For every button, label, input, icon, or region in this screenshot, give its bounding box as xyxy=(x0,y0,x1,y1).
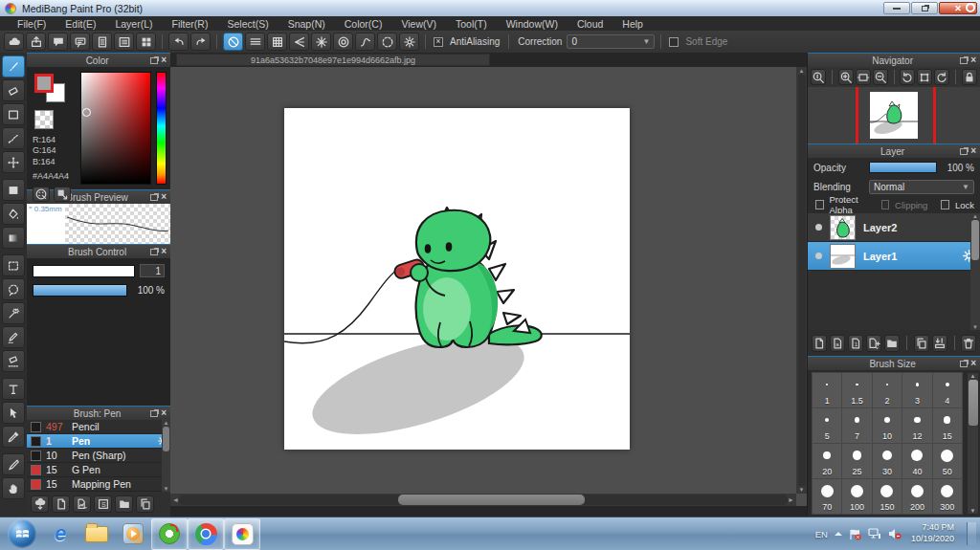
delete-layer-icon[interactable] xyxy=(961,335,976,352)
brush-size-300[interactable]: 300 xyxy=(933,479,963,515)
cloud-download-icon[interactable] xyxy=(31,495,49,513)
eraser-tool[interactable] xyxy=(2,79,25,101)
fit-screen-icon[interactable] xyxy=(856,69,871,85)
duplicate-layer-icon[interactable] xyxy=(914,335,929,352)
comment-icon[interactable] xyxy=(48,33,68,51)
opacity-slider[interactable] xyxy=(869,162,937,173)
magic-wand-tool[interactable] xyxy=(2,302,25,324)
zoom-original-icon[interactable] xyxy=(811,69,826,85)
brush-tool[interactable] xyxy=(2,55,25,77)
media-player-taskbar-icon[interactable] xyxy=(115,518,151,550)
brush-size-3[interactable]: 3 xyxy=(902,373,932,408)
clipping-checkbox[interactable] xyxy=(881,200,890,209)
show-desktop-button[interactable] xyxy=(967,522,976,544)
snap-ellipse-icon[interactable] xyxy=(377,33,397,51)
h-scroll-thumb[interactable] xyxy=(398,495,585,505)
medibang-taskbar-icon[interactable] xyxy=(224,518,260,550)
ie-taskbar-icon[interactable]: e xyxy=(42,518,78,550)
transparent-color-swatch[interactable] xyxy=(34,110,54,129)
brush-size-5[interactable]: 5 xyxy=(813,408,842,444)
close-icon[interactable]: × xyxy=(970,359,976,368)
brush-size-40[interactable]: 40 xyxy=(902,444,932,479)
menu-filter[interactable]: Filter(R) xyxy=(163,18,218,30)
language-indicator[interactable]: EN xyxy=(815,529,828,539)
close-icon[interactable]: × xyxy=(161,247,167,256)
snap-concentric-icon[interactable] xyxy=(333,33,353,51)
hue-marker[interactable] xyxy=(966,3,975,12)
brush-size-1.5[interactable]: 1.5 xyxy=(842,373,872,408)
script-brush-icon[interactable]: S xyxy=(94,495,112,513)
menu-color[interactable]: Color(C) xyxy=(335,18,392,30)
select-tool[interactable] xyxy=(2,254,25,276)
snap-radial-icon[interactable] xyxy=(311,33,331,51)
minimize-button[interactable] xyxy=(883,2,910,14)
brush-size-200[interactable]: 200 xyxy=(902,479,932,515)
menu-window[interactable]: Window(W) xyxy=(497,18,568,30)
snap-off-icon[interactable] xyxy=(223,33,243,51)
layer-item-layer2[interactable]: Layer2 xyxy=(808,213,980,242)
popout-icon[interactable] xyxy=(150,57,158,64)
action-center-icon[interactable] xyxy=(849,528,861,540)
brush-size-1[interactable]: 1 xyxy=(813,373,842,408)
brush-size-25[interactable]: 25 xyxy=(842,444,872,479)
lock-icon[interactable] xyxy=(962,69,977,85)
visibility-dot[interactable] xyxy=(815,253,822,259)
brush-size-12[interactable]: 12 xyxy=(902,408,932,444)
brush-size-4[interactable]: 4 xyxy=(933,373,963,408)
lasso-tool[interactable] xyxy=(2,278,25,300)
volume-icon[interactable] xyxy=(888,528,902,539)
brush-item-pen[interactable]: 1Pen xyxy=(27,434,170,449)
cloud-icon[interactable] xyxy=(4,33,24,51)
correction-dropdown[interactable]: 0▼ xyxy=(567,34,655,49)
menu-tool[interactable]: Tool(T) xyxy=(446,18,497,30)
popout-icon[interactable] xyxy=(960,57,968,64)
brush-size-150[interactable]: 150 xyxy=(873,479,902,515)
brush-list-scrollbar[interactable]: ▲▼ xyxy=(162,420,170,492)
new-1bit-layer-icon[interactable]: 1 xyxy=(848,335,863,352)
bucket-tool[interactable] xyxy=(2,203,25,225)
shape-tool[interactable] xyxy=(2,103,25,125)
color-set-icon[interactable] xyxy=(54,187,71,202)
canvas-viewport[interactable] xyxy=(170,67,796,494)
redo-icon[interactable] xyxy=(190,33,211,51)
brush-item-pen-sharp-[interactable]: 10Pen (Sharp) xyxy=(27,449,170,463)
tiles-icon[interactable] xyxy=(136,33,156,51)
select-pen-tool[interactable] xyxy=(2,326,25,348)
brush-item-pencil[interactable]: 497Pencil xyxy=(27,420,170,434)
menu-select[interactable]: Select(S) xyxy=(217,18,278,30)
merge-layer-icon[interactable] xyxy=(932,335,947,352)
layer-item-layer1[interactable]: Layer1 xyxy=(808,242,980,271)
snap-settings-icon[interactable] xyxy=(399,33,419,51)
start-button[interactable] xyxy=(8,519,36,548)
blending-dropdown[interactable]: Normal▼ xyxy=(869,180,974,194)
close-icon[interactable]: × xyxy=(161,55,167,65)
menu-file[interactable]: File(F) xyxy=(8,18,56,30)
tray-expand-icon[interactable] xyxy=(835,532,842,536)
brush-item-g-pen[interactable]: 15G Pen xyxy=(27,463,170,477)
menu-layer[interactable]: Layer(L) xyxy=(105,18,162,30)
close-icon[interactable]: × xyxy=(970,55,976,65)
restore-button[interactable] xyxy=(911,2,938,14)
menu-edit[interactable]: Edit(E) xyxy=(56,18,105,30)
material-list-icon[interactable] xyxy=(114,33,134,51)
green-app-taskbar-icon[interactable] xyxy=(151,518,188,550)
layer-folder-icon[interactable] xyxy=(884,335,900,352)
zoom-out-icon[interactable] xyxy=(873,69,888,85)
explorer-taskbar-icon[interactable] xyxy=(78,518,115,550)
snap-vanishing-icon[interactable] xyxy=(289,33,309,51)
gradient-tool[interactable] xyxy=(2,227,25,249)
brush-item-mapping-pen[interactable]: 15Mapping Pen xyxy=(27,477,170,492)
clock[interactable]: 7:40 PM 10/19/2020 xyxy=(911,522,954,544)
navigator-preview[interactable] xyxy=(808,87,980,143)
popout-icon[interactable] xyxy=(960,361,968,367)
close-icon[interactable]: × xyxy=(161,408,167,418)
foreground-color-swatch[interactable] xyxy=(34,74,54,93)
close-icon[interactable]: × xyxy=(970,146,976,156)
new-brush-image-icon[interactable] xyxy=(73,495,91,513)
menu-snap[interactable]: Snap(N) xyxy=(278,18,335,30)
popout-icon[interactable] xyxy=(150,194,158,201)
rotate-left-icon[interactable] xyxy=(900,69,915,85)
popout-icon[interactable] xyxy=(150,249,158,255)
popout-icon[interactable] xyxy=(960,148,968,155)
chat-icon[interactable] xyxy=(70,33,90,51)
